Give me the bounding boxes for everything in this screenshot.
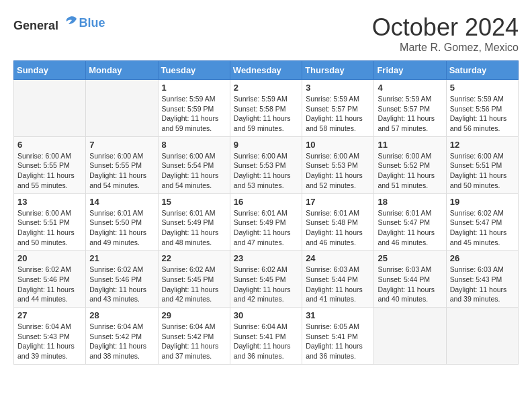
calendar-header-sunday: Sunday — [14, 61, 86, 80]
logo-general: General — [13, 13, 79, 33]
title-section: October 2024 Marte R. Gomez, Mexico — [372, 13, 519, 54]
day-info: Sunrise: 6:00 AM Sunset: 5:55 PM Dayligh… — [17, 151, 82, 191]
day-number: 5 — [450, 83, 515, 93]
day-number: 29 — [162, 310, 226, 320]
calendar-cell: 4Sunrise: 5:59 AM Sunset: 5:57 PM Daylig… — [374, 80, 446, 137]
logo-blue: Blue — [79, 16, 105, 30]
day-info: Sunrise: 6:00 AM Sunset: 5:53 PM Dayligh… — [234, 151, 298, 191]
calendar-cell — [86, 80, 158, 137]
calendar-cell: 27Sunrise: 6:04 AM Sunset: 5:43 PM Dayli… — [14, 308, 86, 365]
day-number: 16 — [234, 197, 298, 207]
day-number: 8 — [162, 140, 226, 150]
calendar-cell: 7Sunrise: 6:00 AM Sunset: 5:55 PM Daylig… — [86, 136, 158, 193]
calendar-cell: 14Sunrise: 6:01 AM Sunset: 5:50 PM Dayli… — [86, 193, 158, 250]
day-info: Sunrise: 6:01 AM Sunset: 5:48 PM Dayligh… — [306, 208, 370, 248]
logo[interactable]: General Blue — [13, 13, 105, 33]
calendar-cell: 25Sunrise: 6:03 AM Sunset: 5:44 PM Dayli… — [374, 250, 446, 308]
day-number: 2 — [234, 83, 298, 93]
day-number: 31 — [306, 310, 370, 320]
day-number: 18 — [378, 197, 442, 207]
calendar-cell: 12Sunrise: 6:00 AM Sunset: 5:51 PM Dayli… — [446, 136, 518, 193]
location-title: Marte R. Gomez, Mexico — [372, 42, 519, 54]
calendar-cell: 15Sunrise: 6:01 AM Sunset: 5:49 PM Dayli… — [158, 193, 230, 250]
day-info: Sunrise: 6:00 AM Sunset: 5:51 PM Dayligh… — [17, 208, 82, 248]
day-number: 4 — [378, 83, 442, 93]
day-number: 1 — [162, 83, 226, 93]
day-number: 22 — [162, 253, 226, 263]
calendar-cell: 31Sunrise: 6:05 AM Sunset: 5:41 PM Dayli… — [302, 308, 374, 365]
day-number: 30 — [234, 310, 298, 320]
calendar-week-row: 27Sunrise: 6:04 AM Sunset: 5:43 PM Dayli… — [14, 308, 519, 365]
day-number: 11 — [378, 140, 442, 150]
day-number: 10 — [306, 140, 370, 150]
calendar-week-row: 13Sunrise: 6:00 AM Sunset: 5:51 PM Dayli… — [14, 193, 519, 250]
calendar-cell — [374, 308, 446, 365]
day-info: Sunrise: 6:05 AM Sunset: 5:41 PM Dayligh… — [306, 322, 370, 361]
calendar-cell: 19Sunrise: 6:02 AM Sunset: 5:47 PM Dayli… — [446, 193, 518, 250]
month-title: October 2024 — [372, 13, 519, 42]
calendar-cell: 13Sunrise: 6:00 AM Sunset: 5:51 PM Dayli… — [14, 193, 86, 250]
day-info: Sunrise: 6:01 AM Sunset: 5:49 PM Dayligh… — [162, 208, 226, 248]
day-info: Sunrise: 5:59 AM Sunset: 5:56 PM Dayligh… — [450, 94, 515, 134]
day-number: 26 — [450, 253, 515, 263]
day-number: 27 — [17, 310, 82, 320]
day-number: 19 — [450, 197, 515, 207]
calendar-header-monday: Monday — [86, 61, 158, 80]
calendar-cell: 23Sunrise: 6:02 AM Sunset: 5:45 PM Dayli… — [230, 250, 302, 308]
day-number: 15 — [162, 197, 226, 207]
calendar-week-row: 1Sunrise: 5:59 AM Sunset: 5:59 PM Daylig… — [14, 80, 519, 137]
day-info: Sunrise: 6:01 AM Sunset: 5:47 PM Dayligh… — [378, 208, 442, 248]
day-number: 24 — [306, 253, 370, 263]
day-number: 21 — [89, 253, 154, 263]
day-info: Sunrise: 6:03 AM Sunset: 5:44 PM Dayligh… — [306, 265, 370, 304]
calendar-cell: 29Sunrise: 6:04 AM Sunset: 5:42 PM Dayli… — [158, 308, 230, 365]
day-info: Sunrise: 6:02 AM Sunset: 5:46 PM Dayligh… — [89, 265, 154, 304]
day-info: Sunrise: 6:04 AM Sunset: 5:42 PM Dayligh… — [89, 322, 154, 361]
day-info: Sunrise: 5:59 AM Sunset: 5:59 PM Dayligh… — [162, 94, 226, 134]
day-number: 9 — [234, 140, 298, 150]
calendar-table: SundayMondayTuesdayWednesdayThursdayFrid… — [13, 60, 519, 365]
day-number: 6 — [17, 140, 82, 150]
calendar-week-row: 20Sunrise: 6:02 AM Sunset: 5:46 PM Dayli… — [14, 250, 519, 308]
calendar-cell: 17Sunrise: 6:01 AM Sunset: 5:48 PM Dayli… — [302, 193, 374, 250]
calendar-header-saturday: Saturday — [446, 61, 518, 80]
day-number: 20 — [17, 253, 82, 263]
day-info: Sunrise: 6:00 AM Sunset: 5:55 PM Dayligh… — [89, 151, 154, 191]
calendar-cell: 28Sunrise: 6:04 AM Sunset: 5:42 PM Dayli… — [86, 308, 158, 365]
day-info: Sunrise: 6:00 AM Sunset: 5:51 PM Dayligh… — [450, 151, 515, 191]
day-number: 12 — [450, 140, 515, 150]
day-number: 28 — [89, 310, 154, 320]
day-info: Sunrise: 6:03 AM Sunset: 5:43 PM Dayligh… — [450, 265, 515, 304]
calendar-cell: 22Sunrise: 6:02 AM Sunset: 5:45 PM Dayli… — [158, 250, 230, 308]
day-info: Sunrise: 6:00 AM Sunset: 5:53 PM Dayligh… — [306, 151, 370, 191]
day-number: 23 — [234, 253, 298, 263]
day-info: Sunrise: 6:02 AM Sunset: 5:47 PM Dayligh… — [450, 208, 515, 248]
calendar-cell: 3Sunrise: 5:59 AM Sunset: 5:57 PM Daylig… — [302, 80, 374, 137]
calendar-header-thursday: Thursday — [302, 61, 374, 80]
day-info: Sunrise: 6:03 AM Sunset: 5:44 PM Dayligh… — [378, 265, 442, 304]
calendar-week-row: 6Sunrise: 6:00 AM Sunset: 5:55 PM Daylig… — [14, 136, 519, 193]
day-info: Sunrise: 6:02 AM Sunset: 5:46 PM Dayligh… — [17, 265, 82, 304]
day-info: Sunrise: 6:04 AM Sunset: 5:41 PM Dayligh… — [234, 322, 298, 361]
day-info: Sunrise: 6:02 AM Sunset: 5:45 PM Dayligh… — [162, 265, 226, 304]
calendar-cell: 21Sunrise: 6:02 AM Sunset: 5:46 PM Dayli… — [86, 250, 158, 308]
logo-bird-icon — [63, 13, 79, 30]
calendar-cell: 16Sunrise: 6:01 AM Sunset: 5:49 PM Dayli… — [230, 193, 302, 250]
day-info: Sunrise: 5:59 AM Sunset: 5:57 PM Dayligh… — [378, 94, 442, 134]
calendar-header-wednesday: Wednesday — [230, 61, 302, 80]
day-number: 7 — [89, 140, 154, 150]
calendar-cell — [446, 308, 518, 365]
day-number: 13 — [17, 197, 82, 207]
day-number: 3 — [306, 83, 370, 93]
calendar-header-friday: Friday — [374, 61, 446, 80]
calendar-cell: 8Sunrise: 6:00 AM Sunset: 5:54 PM Daylig… — [158, 136, 230, 193]
day-info: Sunrise: 6:04 AM Sunset: 5:42 PM Dayligh… — [162, 322, 226, 361]
page-header: General Blue October 2024 Marte R. Gomez… — [13, 13, 519, 54]
day-info: Sunrise: 5:59 AM Sunset: 5:58 PM Dayligh… — [234, 94, 298, 134]
calendar-cell: 20Sunrise: 6:02 AM Sunset: 5:46 PM Dayli… — [14, 250, 86, 308]
day-info: Sunrise: 6:04 AM Sunset: 5:43 PM Dayligh… — [17, 322, 82, 361]
calendar-cell: 24Sunrise: 6:03 AM Sunset: 5:44 PM Dayli… — [302, 250, 374, 308]
calendar-header-tuesday: Tuesday — [158, 61, 230, 80]
day-info: Sunrise: 6:01 AM Sunset: 5:49 PM Dayligh… — [234, 208, 298, 248]
calendar-cell: 1Sunrise: 5:59 AM Sunset: 5:59 PM Daylig… — [158, 80, 230, 137]
